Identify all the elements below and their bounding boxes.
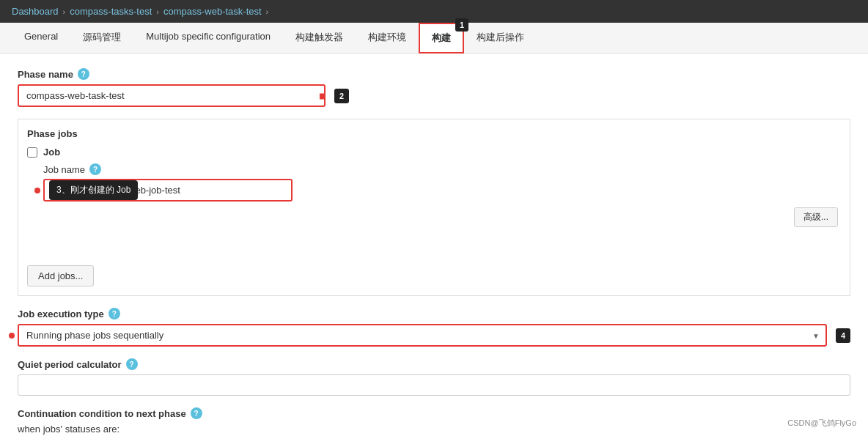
tab-source[interactable]: 源码管理 (70, 23, 133, 53)
job-label: Job (43, 147, 60, 158)
job-checkbox[interactable] (27, 147, 37, 158)
quiet-period-help-icon[interactable]: ? (126, 358, 138, 370)
phase-name-help-icon[interactable]: ? (78, 68, 89, 80)
breadcrumb-sep2: › (156, 7, 159, 16)
advanced-button[interactable]: 高级... (794, 207, 838, 227)
tab-multijob[interactable]: Multijob specific configuration (133, 23, 283, 53)
continuation-label: Continuation condition to next phase ? (18, 407, 850, 419)
add-jobs-button[interactable]: Add jobs... (27, 265, 94, 287)
phase-jobs-header: Phase jobs (27, 128, 841, 139)
breadcrumb-bar: Dashboard › compass-tasks-test › compass… (0, 0, 868, 23)
annotation-badge-4a: 4 (836, 328, 850, 343)
quiet-period-label: Quiet period calculator ? (18, 358, 850, 370)
tab-postbuild[interactable]: 构建后操作 (464, 23, 537, 53)
job-name-section: Job name ? 3、刚才创建的 Job 高级... (27, 163, 841, 227)
phase-name-label: Phase name ? (18, 68, 850, 80)
form-container: Phase name ? 2 Phase jobs Job Job name ? (0, 53, 868, 436)
breadcrumb-sep3: › (266, 7, 269, 16)
breadcrumb-webtask[interactable]: compass-web-task-test (163, 6, 262, 17)
continuation-section: Continuation condition to next phase ? w… (18, 407, 850, 436)
quiet-period-section: Quiet period calculator ? (18, 358, 850, 396)
execution-type-label: Job execution type ? (18, 308, 850, 319)
tab-general[interactable]: General (12, 23, 70, 53)
job-row: Job (27, 147, 841, 158)
phase-name-input[interactable] (18, 84, 326, 107)
breadcrumb-sep1: › (63, 7, 66, 16)
breadcrumb-tasks[interactable]: compass-tasks-test (70, 6, 152, 17)
phase-jobs-section: Phase jobs Job Job name ? 3、刚才创建的 Job 高级… (18, 119, 850, 296)
tab-build[interactable]: 构建 1 (419, 23, 464, 53)
quiet-period-input[interactable] (18, 374, 850, 396)
breadcrumb-dashboard[interactable]: Dashboard (12, 6, 59, 17)
execution-type-help-icon[interactable]: ? (108, 308, 120, 319)
advanced-btn-row: 高级... (43, 207, 841, 227)
annotation-badge-2: 2 (334, 89, 349, 103)
job-name-label: Job name ? (43, 163, 841, 175)
job-created-tooltip: 3、刚才创建的 Job (49, 180, 138, 200)
continuation-sub: when jobs' statuses are: (18, 424, 850, 435)
watermark: CSDN@飞鸽FlyGo (787, 418, 856, 429)
tab-env[interactable]: 构建环境 (356, 23, 419, 53)
execution-type-select[interactable]: Running phase jobs sequentially (18, 324, 827, 347)
job-name-help-icon[interactable]: ? (89, 163, 101, 175)
phase-name-section: Phase name ? 2 (18, 68, 850, 107)
execution-type-section: Job execution type ? Running phase jobs … (18, 308, 850, 347)
continuation-help-icon[interactable]: ? (191, 407, 202, 419)
tab-navigation: General 源码管理 Multijob specific configura… (0, 23, 868, 53)
tab-trigger[interactable]: 构建触发器 (283, 23, 356, 53)
